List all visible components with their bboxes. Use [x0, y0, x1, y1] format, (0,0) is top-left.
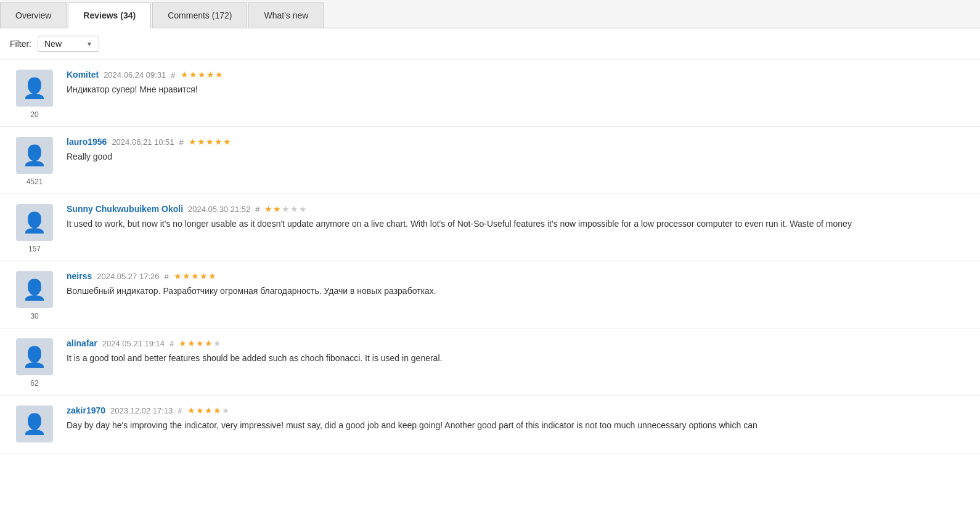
empty-star-icon: ★ — [282, 204, 290, 214]
tab-bar: Overview Reviews (34) Comments (172) Wha… — [0, 0, 980, 28]
user-icon: 👤 — [22, 345, 47, 369]
reviewer-name[interactable]: alinafar — [67, 338, 97, 348]
reviews-list: 👤 20 Komitet 2024.06.24 09:31 # ★★★★★ Ин… — [0, 60, 980, 454]
review-content: Sunny Chukwubuikem Okoli 2024.05.30 21:5… — [59, 204, 970, 261]
filled-star-icon: ★ — [181, 70, 189, 79]
review-header: Sunny Chukwubuikem Okoli 2024.05.30 21:5… — [67, 204, 970, 214]
star-rating: ★★★★★ — [187, 405, 230, 415]
review-header: alinafar 2024.05.21 19:14 # ★★★★★ — [67, 338, 970, 348]
review-text: It is a good tool and better features sh… — [67, 352, 970, 365]
review-hash-link[interactable]: # — [179, 137, 184, 147]
review-content: neirss 2024.05.27 17:26 # ★★★★★ Волшебны… — [59, 271, 970, 328]
tab-comments[interactable]: Comments (172) — [152, 2, 247, 28]
tab-whats-new[interactable]: What's new — [248, 2, 324, 28]
review-left: 👤 62 — [10, 338, 59, 395]
review-date: 2024.06.24 09:31 — [104, 70, 166, 79]
review-hash-link[interactable]: # — [178, 406, 182, 415]
filled-star-icon: ★ — [215, 70, 223, 79]
filled-star-icon: ★ — [273, 204, 281, 214]
review-text: Day by day he's improving the indicator,… — [67, 419, 970, 432]
reviewer-name[interactable]: Sunny Chukwubuikem Okoli — [67, 204, 183, 214]
filled-star-icon: ★ — [264, 204, 272, 214]
avatar: 👤 — [16, 204, 53, 241]
review-item: 👤 30 neirss 2024.05.27 17:26 # ★★★★★ Вол… — [0, 261, 980, 328]
review-item: 👤 zakir1970 2023.12.02 17:13 # ★★★★★ Day… — [0, 396, 980, 454]
tab-reviews[interactable]: Reviews (34) — [68, 2, 151, 28]
review-count: 30 — [30, 312, 38, 320]
review-item: 👤 4521 lauro1956 2024.06.21 10:51 # ★★★★… — [0, 127, 980, 194]
empty-star-icon: ★ — [213, 338, 221, 348]
filled-star-icon: ★ — [200, 271, 208, 281]
user-icon: 👤 — [22, 144, 47, 167]
review-left: 👤 30 — [10, 271, 59, 328]
empty-star-icon: ★ — [222, 405, 230, 415]
reviewer-name[interactable]: zakir1970 — [67, 405, 105, 415]
review-count: 62 — [30, 379, 38, 388]
chevron-down-icon: ▼ — [86, 41, 92, 47]
filled-star-icon: ★ — [187, 405, 195, 415]
star-rating: ★★★★★ — [174, 271, 216, 281]
filled-star-icon: ★ — [223, 137, 231, 147]
filter-dropdown[interactable]: New ▼ — [38, 36, 99, 52]
filled-star-icon: ★ — [196, 405, 204, 415]
filter-bar: Filter: New ▼ — [0, 28, 980, 60]
avatar: 👤 — [16, 271, 53, 308]
reviewer-name[interactable]: lauro1956 — [67, 137, 107, 147]
filled-star-icon: ★ — [187, 338, 195, 348]
avatar: 👤 — [16, 137, 53, 174]
review-header: Komitet 2024.06.24 09:31 # ★★★★★ — [67, 70, 970, 79]
filled-star-icon: ★ — [205, 338, 213, 348]
avatar: 👤 — [16, 70, 53, 107]
review-hash-link[interactable]: # — [171, 70, 175, 79]
filter-label: Filter: — [10, 39, 31, 49]
filled-star-icon: ★ — [174, 271, 182, 281]
filled-star-icon: ★ — [189, 70, 197, 79]
filled-star-icon: ★ — [206, 137, 214, 147]
filled-star-icon: ★ — [197, 137, 205, 147]
review-header: lauro1956 2024.06.21 10:51 # ★★★★★ — [67, 137, 970, 147]
review-date: 2024.06.21 10:51 — [112, 137, 174, 147]
avatar: 👤 — [16, 405, 53, 442]
review-left: 👤 — [10, 405, 59, 454]
review-left: 👤 4521 — [10, 137, 59, 193]
filled-star-icon: ★ — [189, 137, 197, 147]
review-hash-link[interactable]: # — [164, 272, 168, 281]
review-left: 👤 157 — [10, 204, 59, 261]
star-rating: ★★★★★ — [179, 338, 221, 348]
empty-star-icon: ★ — [290, 204, 298, 214]
star-rating: ★★★★★ — [189, 137, 231, 147]
review-count: 157 — [28, 245, 41, 253]
reviewer-name[interactable]: neirss — [67, 271, 92, 281]
review-date: 2024.05.30 21:52 — [188, 205, 250, 214]
review-header: zakir1970 2023.12.02 17:13 # ★★★★★ — [67, 405, 970, 415]
review-date: 2024.05.27 17:26 — [97, 272, 159, 281]
review-hash-link[interactable]: # — [255, 205, 259, 214]
empty-star-icon: ★ — [299, 204, 307, 214]
user-icon: 👤 — [22, 76, 47, 100]
filled-star-icon: ★ — [179, 338, 187, 348]
filled-star-icon: ★ — [206, 70, 214, 79]
review-content: lauro1956 2024.06.21 10:51 # ★★★★★ Reall… — [59, 137, 970, 193]
user-icon: 👤 — [22, 211, 47, 234]
review-item: 👤 62 alinafar 2024.05.21 19:14 # ★★★★★ I… — [0, 328, 980, 396]
review-count: 4521 — [27, 177, 43, 186]
review-text: Индикатор супер! Мне нравится! — [67, 83, 970, 96]
review-left: 👤 20 — [10, 70, 59, 126]
star-rating: ★★★★★ — [181, 70, 223, 79]
reviewer-name[interactable]: Komitet — [67, 70, 99, 79]
review-content: alinafar 2024.05.21 19:14 # ★★★★★ It is … — [59, 338, 970, 395]
star-rating: ★★★★★ — [264, 204, 307, 214]
filled-star-icon: ★ — [182, 271, 190, 281]
filled-star-icon: ★ — [198, 70, 206, 79]
user-icon: 👤 — [22, 278, 47, 301]
review-text: It used to work, but now it's no longer … — [67, 218, 970, 230]
filled-star-icon: ★ — [214, 137, 223, 147]
filled-star-icon: ★ — [196, 338, 204, 348]
review-item: 👤 157 Sunny Chukwubuikem Okoli 2024.05.3… — [0, 194, 980, 261]
review-date: 2023.12.02 17:13 — [110, 406, 173, 415]
review-header: neirss 2024.05.27 17:26 # ★★★★★ — [67, 271, 970, 281]
review-text: Волшебный индикатор. Разработчику огромн… — [67, 285, 970, 298]
tab-overview[interactable]: Overview — [0, 2, 67, 28]
filled-star-icon: ★ — [191, 271, 199, 281]
review-hash-link[interactable]: # — [169, 339, 174, 348]
